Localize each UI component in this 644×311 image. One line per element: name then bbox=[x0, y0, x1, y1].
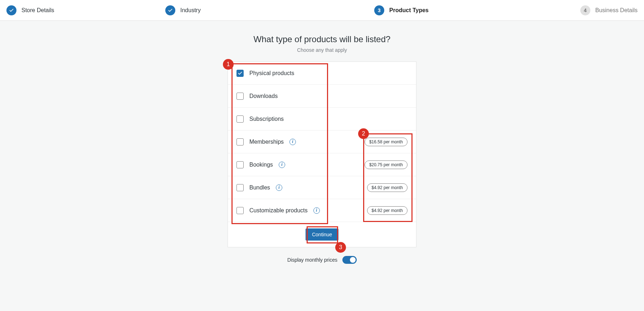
option-label: Physical products bbox=[249, 70, 294, 76]
step-label: Business Details bbox=[595, 7, 638, 14]
checkbox-bookings[interactable] bbox=[236, 161, 244, 168]
option-bookings[interactable]: Bookings i $20.75 per month bbox=[228, 153, 416, 176]
step-label: Industry bbox=[180, 7, 201, 14]
price-pill: $4.92 per month bbox=[367, 206, 408, 215]
option-label: Memberships bbox=[249, 139, 284, 145]
option-bundles[interactable]: Bundles i $4.92 per month bbox=[228, 176, 416, 199]
annotation-badge-2: 2 bbox=[358, 128, 369, 139]
step-upcoming-icon: 4 bbox=[580, 5, 590, 15]
annotation-badge-1: 1 bbox=[223, 59, 234, 70]
annotation-badge-3: 3 bbox=[335, 242, 346, 253]
price-pill: $20.75 per month bbox=[365, 161, 408, 169]
info-icon[interactable]: i bbox=[313, 207, 320, 214]
display-prices-toggle-row: Display monthly prices bbox=[287, 256, 357, 264]
continue-row: Continue bbox=[228, 222, 416, 247]
step-done-icon bbox=[6, 5, 16, 15]
checkbox-physical-products[interactable] bbox=[236, 70, 244, 77]
step-done-icon bbox=[165, 5, 175, 15]
display-prices-toggle[interactable] bbox=[342, 256, 357, 264]
product-types-card: Physical products Downloads Subscription… bbox=[228, 61, 416, 247]
checkbox-customizable-products[interactable] bbox=[236, 207, 244, 214]
step-product-types[interactable]: 3 Product Types bbox=[322, 5, 481, 15]
toggle-knob bbox=[350, 257, 356, 263]
page-title: What type of products will be listed? bbox=[254, 34, 391, 44]
page-subtitle: Choose any that apply bbox=[297, 47, 347, 53]
option-memberships[interactable]: Memberships i $16.58 per month bbox=[228, 130, 416, 153]
continue-button[interactable]: Continue bbox=[306, 228, 338, 241]
step-business-details[interactable]: 4 Business Details bbox=[481, 5, 640, 15]
step-active-icon: 3 bbox=[374, 5, 384, 15]
option-label: Subscriptions bbox=[249, 116, 284, 122]
info-icon[interactable]: i bbox=[279, 162, 285, 168]
option-customizable-products[interactable]: Customizable products i $4.92 per month bbox=[228, 199, 416, 222]
main-content: What type of products will be listed? Ch… bbox=[0, 21, 644, 264]
price-pill: $4.92 per month bbox=[367, 183, 408, 192]
checkbox-downloads[interactable] bbox=[236, 93, 244, 100]
checkbox-bundles[interactable] bbox=[236, 184, 244, 191]
step-store-details[interactable]: Store Details bbox=[4, 5, 163, 15]
step-label: Store Details bbox=[21, 7, 54, 14]
step-industry[interactable]: Industry bbox=[163, 5, 322, 15]
option-label: Downloads bbox=[249, 93, 278, 99]
option-downloads[interactable]: Downloads bbox=[228, 85, 416, 108]
wizard-stepper: Store Details Industry 3 Product Types 4… bbox=[0, 0, 644, 21]
option-subscriptions[interactable]: Subscriptions bbox=[228, 108, 416, 130]
step-label: Product Types bbox=[389, 7, 429, 14]
info-icon[interactable]: i bbox=[289, 139, 296, 145]
info-icon[interactable]: i bbox=[276, 184, 282, 191]
option-label: Bookings bbox=[249, 162, 273, 168]
checkbox-subscriptions[interactable] bbox=[236, 115, 244, 123]
price-pill: $16.58 per month bbox=[365, 138, 408, 146]
option-label: Customizable products bbox=[249, 207, 308, 214]
checkbox-memberships[interactable] bbox=[236, 138, 244, 145]
option-label: Bundles bbox=[249, 184, 270, 191]
option-physical-products[interactable]: Physical products bbox=[228, 62, 416, 85]
toggle-label: Display monthly prices bbox=[287, 257, 337, 263]
